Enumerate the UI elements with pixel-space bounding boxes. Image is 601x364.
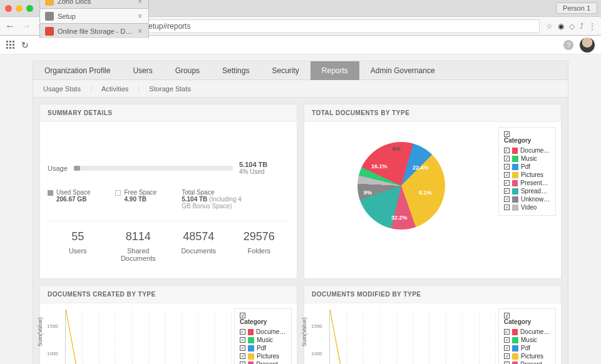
created-plot: 50010001500 [65,310,231,364]
help-icon[interactable]: ? [563,40,573,50]
maximize-window-icon[interactable] [26,5,33,12]
refresh-icon[interactable]: ↻ [21,40,29,50]
swatch-icon [248,329,254,335]
checkbox-icon[interactable] [504,337,510,343]
back-button[interactable]: ← [5,21,15,32]
legend-item[interactable]: Pictures [504,352,550,360]
tab-title: Zoho Docs [58,0,134,5]
legend-item[interactable]: Video [504,203,550,211]
legend-toggle-all[interactable] [504,313,510,318]
checkbox-icon[interactable] [240,353,245,359]
created-card: DOCUMENTS CREATED BY TYPE Sum(Value) 500… [39,285,297,364]
avatar[interactable] [580,38,595,53]
sub-tab-usage-stats[interactable]: Usage Stats [33,85,91,93]
checkbox-icon[interactable] [504,205,510,210]
legend-item[interactable]: Documents [504,328,550,336]
reports-content: SUMMARY DETAILS Usage 5.104 TB 4% Used U… [33,98,568,364]
main-tabs: Organization ProfileUsersGroupsSettingsS… [33,61,568,80]
ytick: 1000 [311,350,322,356]
legend-item[interactable]: Presenta… [504,179,550,187]
sub-tabs: Usage StatsActivitiesStorage Stats [33,80,568,98]
checkbox-icon[interactable] [504,180,510,186]
modified-title: DOCUMENTS MODIFIED BY TYPE [304,286,561,303]
minimize-window-icon[interactable] [16,5,23,12]
admin-panel: Organization ProfileUsersGroupsSettingsS… [33,61,568,364]
main-tab-settings[interactable]: Settings [211,61,260,80]
created-legend: Category DocumentsMusicPdfPicturesPresen… [234,308,292,364]
apps-grid-icon[interactable] [6,41,15,49]
main-tab-users[interactable]: Users [121,61,163,80]
close-tab-icon[interactable]: × [138,0,142,6]
legend-item[interactable]: Documents [504,146,550,154]
legend-label: Presenta… [520,179,550,186]
legend-item[interactable]: Pictures [504,171,550,179]
sub-tab-activities[interactable]: Activities [91,85,139,93]
profile-badge[interactable]: Person 1 [556,3,597,14]
checkbox-icon[interactable] [504,196,510,202]
checkbox-icon[interactable] [504,164,510,169]
legend-item[interactable]: Pdf [504,163,550,171]
omnibox-icons: ☆ ◉ ◇ ⤴ ⋮ [546,22,596,31]
modified-card: DOCUMENTS MODIFIED BY TYPE Sum(Value) 50… [304,285,562,364]
checkbox-icon[interactable] [504,172,510,178]
legend-item[interactable]: Pdf [240,344,286,352]
sub-tab-storage-stats[interactable]: Storage Stats [139,85,201,93]
browser-tab[interactable]: Zoho Docs× [39,0,149,8]
total-space-label: Total Space [182,189,250,196]
browser-tab[interactable]: Online file Storage - Documen× [39,23,149,38]
legend-label: Pdf [521,345,530,351]
ytick: 1500 [311,323,322,329]
close-window-icon[interactable] [5,5,12,12]
legend-item[interactable]: Music [504,336,550,344]
close-tab-icon[interactable]: × [138,12,142,21]
checkbox-icon[interactable] [504,361,510,364]
extension-icon-3[interactable]: ⤴ [580,22,583,31]
legend-item[interactable]: Unknow… [504,195,550,203]
legend-toggle-all[interactable] [504,131,510,137]
window-controls[interactable] [5,5,33,12]
usage-total: 5.104 TB [239,161,289,168]
legend-item[interactable]: Pdf [504,344,550,352]
legend-item[interactable]: Presenta… [240,360,286,364]
star-icon[interactable]: ☆ [546,22,553,31]
legend-item[interactable]: Spreads… [504,187,550,195]
checkbox-icon[interactable] [504,353,510,359]
swatch-icon [512,188,518,195]
main-tab-organization-profile[interactable]: Organization Profile [33,61,121,80]
extension-icon[interactable]: ◉ [558,22,564,31]
legend-label: Unknow… [521,196,550,203]
legend-item[interactable]: Music [240,336,286,344]
main-tab-admin-governance[interactable]: Admin Governance [359,61,446,80]
checkbox-icon[interactable] [504,148,510,153]
checkbox-icon[interactable] [240,361,245,364]
legend-item[interactable]: Pictures [240,352,286,360]
legend-label: Pdf [257,345,266,351]
main-tab-security[interactable]: Security [260,61,310,80]
swatch-icon [512,361,518,365]
main-tab-reports[interactable]: Reports [311,61,359,80]
browser-tab[interactable]: Setup× [39,8,149,23]
checkbox-icon[interactable] [504,188,510,194]
checkbox-icon[interactable] [240,337,245,343]
menu-icon[interactable]: ⋮ [588,22,596,31]
checkbox-icon[interactable] [504,329,510,335]
checkbox-icon[interactable] [504,345,510,351]
legend-item[interactable]: Documents [240,328,286,336]
legend-item[interactable]: Music [504,154,550,163]
legend-item[interactable]: Presenta… [504,360,550,364]
favicon-icon [45,27,54,36]
checkbox-icon[interactable] [240,329,245,335]
pie-slice-label: 9% [364,190,372,196]
legend-label: Music [521,155,537,162]
checkbox-icon[interactable] [240,345,245,351]
usage-label: Usage [48,164,68,172]
close-tab-icon[interactable]: × [138,27,142,36]
main-tab-groups[interactable]: Groups [164,61,211,80]
checkbox-icon[interactable] [504,156,510,161]
legend-toggle-all[interactable] [240,313,245,318]
swatch-icon [512,329,518,335]
extension-icon-2[interactable]: ◇ [569,22,575,31]
browser-chrome: Online file Storage - Documen×Zoho Docs×… [0,0,601,36]
tab-strip: Online file Storage - Documen×Zoho Docs×… [0,0,601,16]
used-space-label: Used Space [48,189,90,196]
